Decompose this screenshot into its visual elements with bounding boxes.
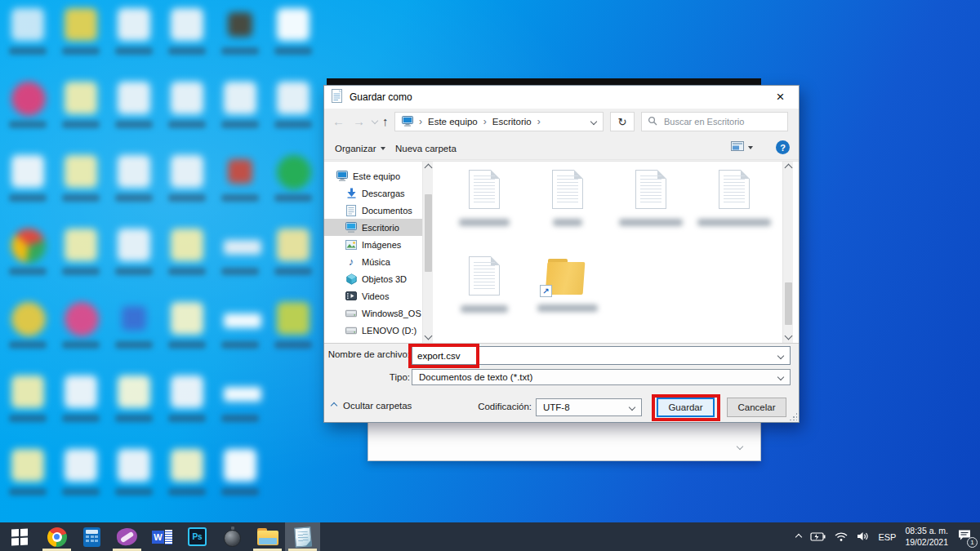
scroll-down-icon[interactable] <box>425 332 433 340</box>
view-options-button[interactable] <box>731 141 753 153</box>
scrollbar-thumb[interactable] <box>425 194 432 272</box>
file-item[interactable] <box>443 255 526 341</box>
file-item[interactable] <box>693 168 776 255</box>
recent-locations-chevron-icon[interactable] <box>372 118 378 124</box>
forward-button[interactable]: → <box>353 113 365 130</box>
desktop-shortcut-icon[interactable] <box>171 82 203 114</box>
taskbar-app-stopwatch[interactable] <box>215 522 250 551</box>
desktop-shortcut-icon[interactable] <box>11 82 46 116</box>
desktop-shortcut-icon[interactable] <box>228 159 252 184</box>
desktop-shortcut-icon[interactable] <box>277 82 310 114</box>
desktop-shortcut-icon[interactable] <box>11 449 44 482</box>
breadcrumb-item[interactable]: Este equipo <box>428 117 478 127</box>
scroll-up-icon[interactable] <box>785 164 793 172</box>
desktop-shortcut-icon[interactable] <box>118 449 150 482</box>
sidebar-item-documentos[interactable]: Documentos <box>324 202 422 219</box>
sidebar-item-este-equipo[interactable]: Este equipo <box>324 167 422 184</box>
breadcrumb[interactable]: ›Este equipo›Escritorio› <box>394 112 604 131</box>
language-indicator[interactable]: ESP <box>878 532 896 542</box>
new-folder-button[interactable]: Nueva carpeta <box>395 140 457 156</box>
desktop-shortcut-icon[interactable] <box>224 240 261 255</box>
sidebar-item-escritorio[interactable]: Escritorio <box>324 219 422 236</box>
sidebar-item-m-sica[interactable]: ♪Música <box>324 253 422 270</box>
desktop-shortcut-icon[interactable] <box>65 8 97 41</box>
desktop-shortcut-icon[interactable] <box>228 12 252 37</box>
back-button[interactable]: ← <box>332 113 345 130</box>
breadcrumb-dropdown-icon[interactable] <box>590 118 597 125</box>
desktop-shortcut-icon[interactable] <box>65 375 97 408</box>
clock[interactable]: 08:35 a. m. 19/02/2021 <box>905 526 948 547</box>
taskbar-app-media-app[interactable] <box>109 522 145 551</box>
taskbar-app-explorer[interactable] <box>250 522 285 551</box>
desktop-shortcut-icon[interactable] <box>118 229 150 261</box>
hide-folders-button[interactable]: Ocultar carpetas <box>332 401 412 411</box>
encoding-select[interactable]: UTF-8 <box>536 398 642 416</box>
desktop-shortcut-icon[interactable] <box>11 375 44 408</box>
desktop-shortcut-icon[interactable] <box>171 449 203 482</box>
wifi-icon[interactable] <box>835 530 848 544</box>
desktop-shortcut-icon[interactable] <box>65 302 99 336</box>
desktop-shortcut-icon[interactable] <box>118 8 150 41</box>
desktop-shortcut-icon[interactable] <box>65 82 97 114</box>
desktop-shortcut-icon[interactable] <box>11 229 46 263</box>
sidebar-item-descargas[interactable]: Descargas <box>324 184 422 202</box>
breadcrumb-item[interactable]: Escritorio <box>492 117 532 127</box>
desktop-shortcut-icon[interactable] <box>118 82 150 114</box>
desktop-shortcut-icon[interactable] <box>224 387 261 402</box>
action-center-button[interactable]: 1 <box>957 529 972 544</box>
start-button[interactable] <box>0 522 39 551</box>
desktop-shortcut-icon[interactable] <box>171 375 203 408</box>
desktop-shortcut-icon[interactable] <box>118 375 150 408</box>
desktop-shortcut-icon[interactable] <box>171 229 203 261</box>
desktop-shortcut-icon[interactable] <box>171 8 203 41</box>
desktop-shortcut-icon[interactable] <box>171 302 203 335</box>
desktop-shortcut-icon[interactable] <box>11 155 44 188</box>
help-button[interactable]: ? <box>776 140 790 154</box>
taskbar-app-photoshop[interactable]: Ps <box>180 522 215 551</box>
desktop-shortcut-icon[interactable] <box>224 449 256 482</box>
taskbar-app-calculator[interactable] <box>74 522 109 551</box>
dialog-titlebar[interactable]: Guardar como × <box>324 86 799 109</box>
sidebar-item-windows8-os-c[interactable]: Windows8_OS (C: <box>324 304 422 322</box>
desktop-shortcut-icon[interactable] <box>11 8 44 41</box>
sidebar-item-videos[interactable]: Videos <box>324 287 422 304</box>
desktop-shortcut-icon[interactable] <box>224 313 261 328</box>
desktop-shortcut-icon[interactable] <box>11 302 46 336</box>
desktop-shortcut-icon[interactable] <box>65 229 97 261</box>
battery-icon[interactable] <box>810 530 826 544</box>
file-item[interactable] <box>609 168 693 255</box>
taskbar-app-notepad[interactable] <box>285 522 320 551</box>
organize-menu[interactable]: Organizar <box>335 140 385 156</box>
taskbar-app-chrome[interactable] <box>39 522 74 551</box>
desktop-shortcut-icon[interactable] <box>65 155 97 188</box>
refresh-button[interactable]: ↻ <box>610 112 635 131</box>
close-icon[interactable]: × <box>762 86 799 109</box>
desktop-shortcut-icon[interactable] <box>277 155 311 189</box>
scroll-down-icon[interactable] <box>785 332 793 340</box>
sidebar-item-objetos-3d[interactable]: Objetos 3D <box>324 270 422 287</box>
cancel-button[interactable]: Cancelar <box>727 398 786 417</box>
desktop-shortcut-icon[interactable] <box>122 306 146 331</box>
desktop-shortcut-icon[interactable] <box>65 449 97 482</box>
desktop-shortcut-icon[interactable] <box>118 155 150 188</box>
sidebar-item-im-genes[interactable]: Imágenes <box>324 236 422 253</box>
sidebar-scrollbar[interactable] <box>422 162 433 343</box>
desktop-shortcut-icon[interactable] <box>277 8 310 41</box>
desktop-shortcut-icon[interactable] <box>171 155 203 188</box>
taskbar-app-word[interactable]: W <box>145 522 180 551</box>
desktop-shortcut-icon[interactable] <box>277 302 310 335</box>
up-button[interactable]: ↑ <box>382 113 389 130</box>
desktop-shortcut-icon[interactable] <box>224 82 256 114</box>
scrollbar-thumb[interactable] <box>785 282 792 325</box>
file-item[interactable] <box>443 168 526 255</box>
volume-icon[interactable] <box>857 530 869 544</box>
tray-overflow-chevron-icon[interactable] <box>795 533 802 540</box>
folder-item[interactable]: ↗ <box>526 255 609 341</box>
desktop-shortcut-icon[interactable] <box>277 229 310 261</box>
scroll-up-icon[interactable] <box>425 164 433 172</box>
search-input[interactable] <box>662 116 782 127</box>
filetype-select[interactable]: Documentos de texto (*.txt) <box>412 369 791 385</box>
combo-chevron-icon[interactable] <box>777 353 784 359</box>
sidebar-item-lenovo-d[interactable]: LENOVO (D:) <box>324 322 422 339</box>
filelist-scrollbar[interactable] <box>782 162 793 343</box>
